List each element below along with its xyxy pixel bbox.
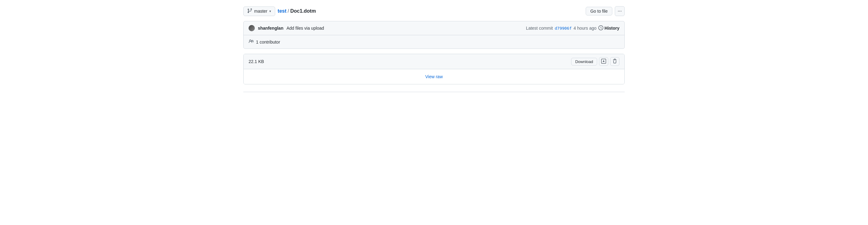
top-bar: master ▾ test / Doc1.dotm Go to file ··· [243, 6, 625, 16]
breadcrumb-folder-link[interactable]: test [278, 8, 286, 14]
breadcrumb-filename: Doc1.dotm [290, 8, 316, 14]
history-label: History [604, 26, 619, 31]
file-panel: 22.1 KB Download [243, 54, 625, 84]
history-link[interactable]: History [598, 25, 619, 31]
file-actions: Download [571, 57, 619, 66]
right-group: Go to file ··· [586, 6, 625, 16]
view-raw-link[interactable]: View raw [425, 74, 443, 79]
branch-selector[interactable]: master ▾ [243, 6, 275, 16]
display-icon [601, 59, 606, 65]
trash-icon [612, 59, 617, 65]
bottom-divider [243, 92, 625, 92]
breadcrumb: test / Doc1.dotm [278, 8, 316, 14]
avatar [249, 25, 255, 31]
latest-commit-label: Latest commit [526, 26, 553, 31]
contributor-row: 1 contributor [244, 35, 624, 48]
breadcrumb-separator: / [287, 8, 289, 14]
contributors-icon [249, 39, 253, 45]
commit-panel: shanfenglan Add files via upload Latest … [243, 21, 625, 49]
download-button[interactable]: Download [571, 58, 597, 66]
more-icon: ··· [618, 8, 622, 14]
display-raw-button[interactable] [599, 57, 608, 66]
commit-left: shanfenglan Add files via upload [249, 25, 324, 31]
delete-button[interactable] [610, 57, 619, 66]
commit-author-link[interactable]: shanfenglan [258, 26, 283, 31]
go-to-file-button[interactable]: Go to file [586, 7, 612, 15]
contributor-count: 1 contributor [256, 40, 280, 44]
branch-name: master [254, 9, 268, 13]
branch-icon [247, 8, 252, 14]
file-content: View raw [244, 69, 624, 84]
commit-time: 4 hours ago [574, 26, 596, 31]
left-group: master ▾ test / Doc1.dotm [243, 6, 316, 16]
clock-icon [598, 25, 603, 31]
commit-right: Latest commit d79906f 4 hours ago Histor… [526, 25, 619, 31]
commit-hash-link[interactable]: d79906f [555, 26, 572, 31]
commit-row: shanfenglan Add files via upload Latest … [244, 21, 624, 35]
file-size: 22.1 KB [249, 59, 264, 64]
more-options-button[interactable]: ··· [615, 6, 625, 16]
chevron-down-icon: ▾ [269, 9, 271, 13]
commit-message: Add files via upload [286, 26, 324, 31]
file-header: 22.1 KB Download [244, 54, 624, 69]
